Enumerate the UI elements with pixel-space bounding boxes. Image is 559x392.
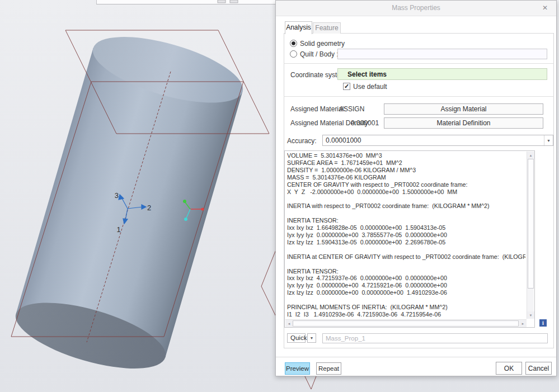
assign-material-button[interactable]: Assign Material — [384, 103, 543, 115]
chevron-down-icon[interactable]: ▼ — [544, 135, 553, 145]
cancel-button[interactable]: Cancel — [525, 362, 552, 375]
results-box: VOLUME = 5.3014376e+00 MM^3 SURFACE AREA… — [284, 150, 535, 328]
separator — [284, 63, 554, 64]
dialog-titlebar[interactable]: Mass Properties ✕ — [276, 1, 556, 16]
analysis-type-value: Quick — [290, 334, 307, 341]
horizontal-scroll-thumb[interactable] — [293, 320, 519, 327]
accuracy-label: Accuracy: — [287, 137, 317, 145]
tab-feature[interactable]: Feature — [313, 22, 341, 34]
vertical-scrollbar[interactable]: ▲ ▼ — [527, 152, 534, 319]
analysis-type-dropdown[interactable]: Quick — [287, 333, 306, 343]
assigned-material-label: Assigned Material: — [290, 105, 346, 113]
background-window-edge — [96, 0, 279, 4]
mass-properties-dialog: Mass Properties ✕ Analysis Feature Solid… — [275, 0, 557, 376]
chevron-down-icon: ▼ — [308, 334, 316, 342]
analysis-name-input[interactable] — [322, 333, 548, 343]
solid-geometry-radio[interactable] — [290, 40, 297, 47]
material-definition-button[interactable]: Material Definition — [384, 117, 543, 129]
separator — [284, 96, 554, 97]
use-default-label: Use default — [353, 83, 387, 91]
accuracy-combo[interactable]: 0.00001000 ▼ — [322, 135, 553, 146]
vertical-scroll-thumb[interactable] — [528, 159, 534, 289]
scroll-down-icon[interactable]: ▼ — [527, 311, 534, 319]
coordinate-system-collector[interactable]: Select items — [337, 68, 547, 80]
close-icon[interactable]: ✕ — [541, 3, 549, 12]
axis-label-3: 3 — [115, 191, 119, 200]
accuracy-value: 0.00001000 — [326, 136, 361, 144]
axis-label-1: 1 — [116, 225, 120, 234]
assigned-material-value: ASSIGN — [339, 105, 364, 113]
preview-button[interactable]: Preview — [285, 362, 310, 375]
material-density-value: 0.000001 — [351, 119, 379, 127]
mini-button — [218, 0, 226, 3]
axis-label-2: 2 — [147, 204, 151, 212]
results-text: VOLUME = 5.3014376e+00 MM^3 SURFACE AREA… — [287, 152, 525, 318]
scroll-right-icon[interactable]: ► — [519, 320, 527, 327]
mini-button — [230, 0, 238, 3]
use-default-checkbox[interactable]: ✓ — [343, 83, 350, 90]
quilt-body-label: Quilt / Body : — [300, 50, 339, 58]
quilt-body-radio[interactable] — [290, 50, 297, 58]
info-icon[interactable]: i — [539, 319, 547, 327]
horizontal-scrollbar[interactable]: ◄ ► — [285, 319, 527, 327]
repeat-button[interactable]: Repeat — [316, 362, 341, 375]
analysis-type-arrow[interactable]: ▼ — [307, 333, 316, 343]
ok-button[interactable]: OK — [496, 362, 522, 375]
tab-analysis[interactable]: Analysis — [285, 21, 312, 34]
scroll-up-icon[interactable]: ▲ — [527, 152, 534, 159]
separator — [276, 357, 556, 357]
scroll-left-icon[interactable]: ◄ — [285, 320, 293, 327]
quilt-body-collector[interactable] — [337, 49, 547, 59]
dialog-title: Mass Properties — [276, 4, 556, 12]
solid-geometry-label: Solid geometry — [300, 40, 345, 48]
